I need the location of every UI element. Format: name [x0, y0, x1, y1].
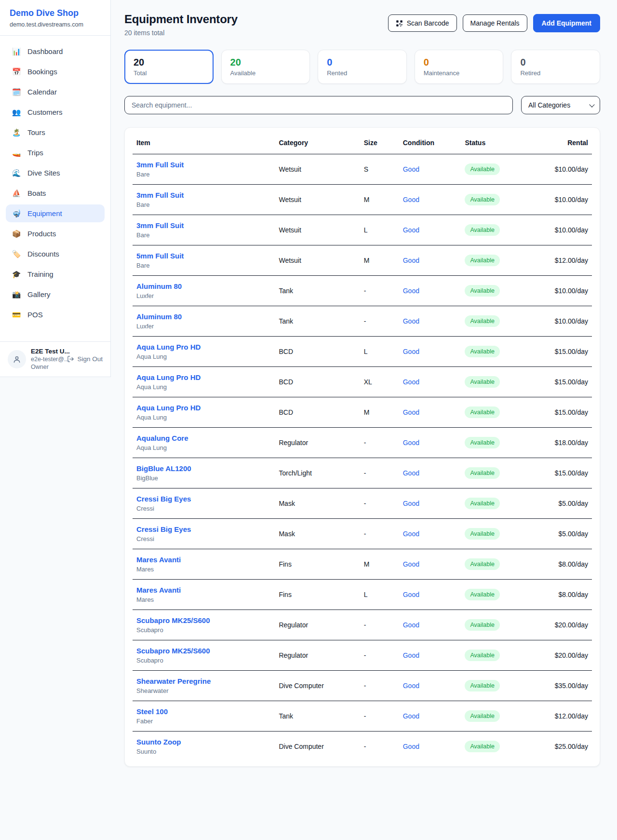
brand-title[interactable]: Demo Dive Shop: [10, 8, 101, 18]
sidebar-item-discounts[interactable]: 🏷️ Discounts: [6, 245, 105, 263]
stat-card-maintenance[interactable]: 0 Maintenance: [415, 50, 504, 84]
item-name-link[interactable]: Cressi Big Eyes: [136, 525, 271, 533]
sidebar-item-tours[interactable]: 🏝️ Tours: [6, 123, 105, 141]
item-name-link[interactable]: 5mm Full Suit: [136, 252, 271, 260]
stat-label: Available: [230, 69, 301, 77]
item-name-link[interactable]: Aqualung Core: [136, 434, 271, 442]
item-size: -: [360, 610, 399, 640]
condition-link[interactable]: Good: [403, 560, 419, 568]
item-name-link[interactable]: Mares Avanti: [136, 555, 271, 564]
sidebar-item-gallery[interactable]: 📸 Gallery: [6, 285, 105, 303]
manage-rentals-button[interactable]: Manage Rentals: [463, 14, 527, 32]
condition-link[interactable]: Good: [403, 591, 419, 598]
item-brand: Aqua Lung: [136, 383, 271, 391]
sidebar-item-products[interactable]: 📦 Products: [6, 225, 105, 243]
condition-link[interactable]: Good: [403, 469, 419, 477]
scan-barcode-button[interactable]: Scan Barcode: [388, 14, 457, 32]
sidebar-item-training[interactable]: 🎓 Training: [6, 265, 105, 283]
sidebar-item-customers[interactable]: 👥 Customers: [6, 103, 105, 121]
item-size: -: [360, 640, 399, 671]
item-brand: Shearwater: [136, 687, 271, 694]
condition-link[interactable]: Good: [403, 682, 419, 690]
sidebar-item-dashboard[interactable]: 📊 Dashboard: [6, 42, 105, 60]
item-name-link[interactable]: Aqua Lung Pro HD: [136, 373, 271, 381]
item-size: L: [360, 337, 399, 367]
item-category: BCD: [275, 367, 360, 397]
scan-barcode-label: Scan Barcode: [407, 19, 449, 27]
item-name-link[interactable]: 3mm Full Suit: [136, 191, 271, 199]
column-header-status: Status: [461, 130, 527, 154]
sidebar-item-calendar[interactable]: 🗓️ Calendar: [6, 83, 105, 101]
status-badge: Available: [465, 498, 500, 509]
boats-icon: ⛵: [12, 190, 21, 197]
search-input[interactable]: [124, 96, 513, 114]
item-name-link[interactable]: Shearwater Peregrine: [136, 677, 271, 685]
add-equipment-button[interactable]: Add Equipment: [533, 14, 600, 32]
item-name-link[interactable]: 3mm Full Suit: [136, 161, 271, 169]
item-name-link[interactable]: Scubapro MK25/S600: [136, 647, 271, 655]
condition-link[interactable]: Good: [403, 651, 419, 659]
sidebar-item-label: Dashboard: [27, 47, 63, 55]
condition-link[interactable]: Good: [403, 226, 419, 234]
item-name-link[interactable]: BigBlue AL1200: [136, 464, 271, 473]
pos-icon: 💳: [12, 311, 21, 318]
item-category: Torch/Light: [275, 458, 360, 488]
status-badge: Available: [465, 558, 500, 570]
rental-rate: $35.00/day: [528, 671, 592, 701]
stat-card-available[interactable]: 20 Available: [221, 50, 310, 84]
item-size: M: [360, 185, 399, 215]
items-total-count: 20 items total: [124, 29, 238, 37]
item-name-link[interactable]: Cressi Big Eyes: [136, 495, 271, 503]
item-brand: Cressi: [136, 505, 271, 512]
item-category: Regulator: [275, 640, 360, 671]
sidebar-item-pos[interactable]: 💳 POS: [6, 306, 105, 324]
sidebar-item-bookings[interactable]: 📅 Bookings: [6, 63, 105, 81]
item-name-link[interactable]: Steel 100: [136, 707, 271, 716]
condition-link[interactable]: Good: [403, 621, 419, 629]
condition-link[interactable]: Good: [403, 530, 419, 538]
item-name-link[interactable]: Aluminum 80: [136, 282, 271, 290]
item-name-link[interactable]: Mares Avanti: [136, 586, 271, 594]
item-brand: BigBlue: [136, 474, 271, 482]
item-size: -: [360, 701, 399, 732]
rental-rate: $8.00/day: [528, 580, 592, 610]
condition-link[interactable]: Good: [403, 439, 419, 447]
condition-link[interactable]: Good: [403, 196, 419, 203]
condition-link[interactable]: Good: [403, 348, 419, 355]
sidebar-item-label: Calendar: [27, 88, 57, 96]
category-select[interactable]: All Categories: [521, 96, 600, 114]
sidebar-item-boats[interactable]: ⛵ Boats: [6, 184, 105, 202]
table-row: Scubapro MK25/S600 Scubapro Regulator - …: [133, 610, 592, 640]
item-name-link[interactable]: 3mm Full Suit: [136, 221, 271, 230]
item-name-link[interactable]: Scubapro MK25/S600: [136, 616, 271, 624]
condition-link[interactable]: Good: [403, 257, 419, 264]
stat-card-retired[interactable]: 0 Retired: [511, 50, 600, 84]
sidebar-item-dive-sites[interactable]: 🌊 Dive Sites: [6, 164, 105, 182]
sidebar-item-trips[interactable]: 🚤 Trips: [6, 144, 105, 162]
user-section: E2E Test U... e2e-tester@... Owner Sign …: [0, 341, 110, 377]
condition-link[interactable]: Good: [403, 378, 419, 386]
item-category: Tank: [275, 701, 360, 732]
rental-rate: $25.00/day: [528, 732, 592, 762]
condition-link[interactable]: Good: [403, 287, 419, 295]
item-category: Tank: [275, 276, 360, 306]
item-size: M: [360, 245, 399, 276]
condition-link[interactable]: Good: [403, 500, 419, 507]
table-row: BigBlue AL1200 BigBlue Torch/Light - Goo…: [133, 458, 592, 488]
condition-link[interactable]: Good: [403, 743, 419, 750]
item-name-link[interactable]: Aluminum 80: [136, 312, 271, 321]
item-name-link[interactable]: Aqua Lung Pro HD: [136, 404, 271, 412]
item-size: L: [360, 215, 399, 245]
sign-out-button[interactable]: Sign Out: [67, 355, 103, 363]
sidebar-item-equipment[interactable]: 🤿 Equipment: [6, 204, 105, 222]
stat-card-rented[interactable]: 0 Rented: [318, 50, 407, 84]
status-badge: Available: [465, 285, 500, 297]
condition-link[interactable]: Good: [403, 165, 419, 173]
stat-card-total[interactable]: 20 Total: [124, 50, 214, 84]
item-name-link[interactable]: Aqua Lung Pro HD: [136, 343, 271, 351]
condition-link[interactable]: Good: [403, 712, 419, 720]
item-name-link[interactable]: Suunto Zoop: [136, 738, 271, 746]
rental-rate: $10.00/day: [528, 154, 592, 185]
condition-link[interactable]: Good: [403, 317, 419, 325]
condition-link[interactable]: Good: [403, 408, 419, 416]
